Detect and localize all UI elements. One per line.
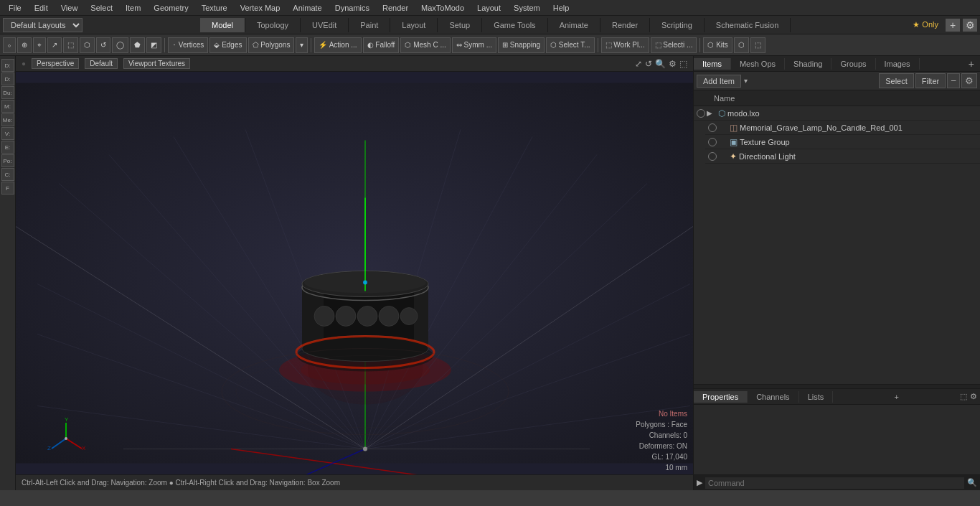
add-layout-button[interactable]: + (946, 19, 960, 32)
toolbar-dropdown[interactable]: ▾ (296, 37, 308, 53)
sidebar-btn-c[interactable]: C: (1, 168, 14, 181)
toolbar-item8[interactable]: ⬟ (130, 37, 145, 53)
tab-properties[interactable]: Properties (694, 391, 748, 403)
toolbar-mesh-c[interactable]: ⬡ Mesh C ... (400, 37, 450, 53)
menu-geometry[interactable]: Geometry (148, 2, 194, 14)
sidebar-btn-dup[interactable]: Du: (1, 86, 14, 99)
viewport-move-icon[interactable]: ⤢ (635, 59, 642, 69)
sidebar-btn-v[interactable]: V: (1, 127, 14, 140)
menu-edit[interactable]: Edit (29, 2, 54, 14)
toolbar-item3[interactable]: ↗ (47, 37, 62, 53)
layout-dropdown[interactable]: Default Layouts (3, 18, 83, 32)
tab-layout[interactable]: Layout (390, 18, 438, 32)
vis-toggle-3[interactable] (708, 152, 717, 161)
sidebar-btn-2[interactable]: D: (1, 72, 14, 85)
list-item[interactable]: ✦ Directional Light (705, 149, 980, 164)
add-props-tab[interactable]: + (888, 393, 904, 401)
list-item[interactable]: ▣ Texture Group (705, 135, 980, 149)
toolbar-action[interactable]: ⚡ Action ... (314, 37, 361, 53)
toolbar-vertices[interactable]: ⬝ Vertices (168, 37, 208, 53)
tab-images[interactable]: Images (876, 58, 920, 70)
toolbar-world[interactable]: ⊕ (17, 37, 32, 53)
vis-toggle-0[interactable] (697, 109, 705, 118)
filter-items-button[interactable]: Filter (915, 73, 946, 88)
toolbar-work-pl[interactable]: ⬚ Work Pl... (601, 37, 649, 53)
menu-file[interactable]: File (3, 2, 27, 14)
sidebar-btn-mes[interactable]: Me: (1, 113, 14, 126)
menu-layout[interactable]: Layout (471, 2, 507, 14)
tab-shading[interactable]: Shading (785, 58, 831, 70)
viewport-maximize-icon[interactable]: ⬚ (679, 59, 687, 69)
viewport-settings-icon[interactable]: ⚙ (669, 59, 677, 69)
items-expand-btn[interactable]: ⚙ (961, 73, 977, 88)
select-item-button[interactable]: Select (879, 73, 914, 88)
toolbar-select-mode[interactable]: ⬦ (3, 37, 16, 53)
viewport-perspective-btn[interactable]: Perspective (32, 58, 79, 69)
items-collapse-btn[interactable]: − (947, 73, 960, 88)
layout-options-button[interactable]: ⚙ (963, 19, 977, 32)
toolbar-item7[interactable]: ◯ (112, 37, 128, 53)
command-input[interactable] (705, 477, 964, 489)
vis-toggle-1[interactable] (708, 123, 717, 132)
add-items-tab-button[interactable]: + (963, 58, 980, 70)
toolbar-snapping[interactable]: ⊞ Snapping (498, 37, 545, 53)
toolbar-item6[interactable]: ↺ (96, 37, 110, 53)
toolbar-fullscreen[interactable]: ⬚ (750, 37, 765, 53)
menu-select[interactable]: Select (85, 2, 118, 14)
toolbar-selecti[interactable]: ⬚ Selecti ... (651, 37, 697, 53)
viewport-default-btn[interactable]: Default (85, 58, 118, 69)
viewport-textures-btn[interactable]: Viewport Textures (123, 58, 190, 69)
toolbar-item5[interactable]: ⬡ (80, 37, 95, 53)
add-item-button[interactable]: Add Item (697, 75, 741, 88)
menu-render[interactable]: Render (377, 2, 414, 14)
sidebar-btn-f[interactable]: F (1, 182, 14, 195)
expand-toggle-0[interactable]: ▶ (707, 109, 717, 117)
menu-vertexmap[interactable]: Vertex Map (235, 2, 286, 14)
list-item[interactable]: ◫ Memorial_Grave_Lamp_No_Candle_Red_001 (705, 121, 980, 135)
toolbar-polygons[interactable]: ⬠ Polygons (248, 37, 295, 53)
list-item[interactable]: ▶ ⬡ modo.lxo (694, 106, 980, 121)
tab-channels[interactable]: Channels (748, 391, 798, 403)
tab-topology[interactable]: Topology (245, 18, 301, 32)
tab-paint[interactable]: Paint (349, 18, 390, 32)
tab-lists[interactable]: Lists (799, 391, 834, 403)
viewport-zoom-icon[interactable]: 🔍 (655, 59, 666, 69)
tab-groups[interactable]: Groups (831, 58, 875, 70)
props-expand-btn[interactable]: ⬚ (960, 392, 967, 401)
tab-model[interactable]: Model (200, 18, 245, 32)
menu-system[interactable]: System (508, 2, 546, 14)
props-settings-btn[interactable]: ⚙ (970, 392, 977, 401)
toolbar-item2[interactable]: ⌖ (33, 37, 46, 53)
menu-texture[interactable]: Texture (196, 2, 233, 14)
toolbar-3d-view[interactable]: ⬡ (734, 37, 749, 53)
toolbar-item9[interactable]: ◩ (146, 37, 161, 53)
tab-render[interactable]: Render (600, 18, 650, 32)
sidebar-btn-3[interactable]: M: (1, 100, 14, 113)
viewport-3d[interactable]: Y X Z No Items Polygons : Face Channels:… (16, 72, 693, 474)
tab-items[interactable]: Items (694, 58, 731, 70)
viewport-reset-icon[interactable]: ↺ (645, 59, 652, 69)
menu-view[interactable]: View (55, 2, 84, 14)
toolbar-falloff[interactable]: ◐ Falloff (363, 37, 400, 53)
tab-scripting[interactable]: Scripting (650, 18, 705, 32)
menu-help[interactable]: Help (547, 2, 575, 14)
tab-uvedit[interactable]: UVEdit (301, 18, 349, 32)
sidebar-btn-e[interactable]: E: (1, 141, 14, 154)
tab-schematic[interactable]: Schematic Fusion (705, 18, 791, 32)
toolbar-symm[interactable]: ⇔ Symm ... (452, 37, 496, 53)
tab-animate[interactable]: Animate (548, 18, 600, 32)
toolbar-select-t[interactable]: ⬡ Select T... (546, 37, 595, 53)
menu-animate[interactable]: Animate (287, 2, 327, 14)
menu-dynamics[interactable]: Dynamics (329, 2, 375, 14)
tab-gametools[interactable]: Game Tools (482, 18, 548, 32)
toolbar-item4[interactable]: ⬚ (63, 37, 78, 53)
toolbar-edges[interactable]: ⬙ Edges (209, 37, 246, 53)
tab-setup[interactable]: Setup (438, 18, 482, 32)
toolbar-kits[interactable]: ⬡ Kits (703, 37, 732, 53)
vis-toggle-2[interactable] (708, 138, 717, 146)
tab-meshops[interactable]: Mesh Ops (731, 58, 785, 70)
sidebar-btn-1[interactable]: D: (1, 59, 14, 72)
command-search-icon[interactable]: 🔍 (967, 478, 977, 487)
menu-item[interactable]: Item (120, 2, 146, 14)
menu-maxtomodo[interactable]: MaxToModo (415, 2, 470, 14)
